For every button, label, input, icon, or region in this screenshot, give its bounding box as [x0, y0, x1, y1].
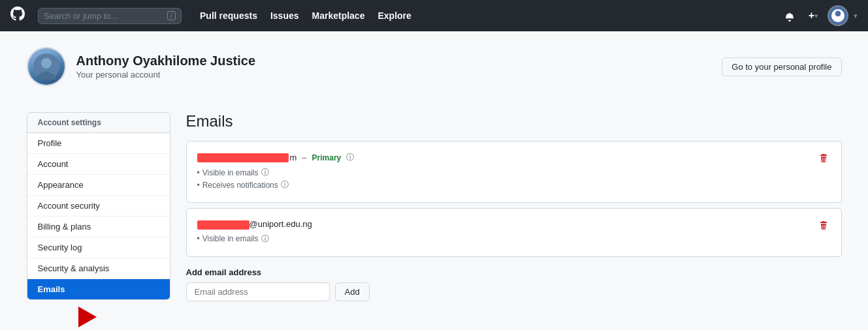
issues-link[interactable]: Issues: [265, 7, 304, 25]
email-card-primary-left: m – Primary ⓘ Visible in emails ⓘ Receiv…: [197, 152, 355, 192]
receives-notifications-info-icon[interactable]: ⓘ: [281, 179, 289, 190]
search-input[interactable]: [44, 11, 163, 21]
email-card-primary: m – Primary ⓘ Visible in emails ⓘ Receiv…: [186, 141, 842, 203]
notifications-button[interactable]: [780, 7, 799, 24]
primary-badge: Primary: [312, 153, 342, 162]
visible-emails-info-icon[interactable]: ⓘ: [261, 167, 269, 178]
primary-info-icon[interactable]: ⓘ: [346, 152, 354, 163]
add-email-section: Add email address Add: [186, 267, 842, 301]
page-title: Emails: [186, 112, 842, 130]
bullet-visible-emails: Visible in emails ⓘ: [197, 167, 355, 178]
user-avatar-button[interactable]: [828, 5, 848, 26]
email-bullets-secondary: Visible in emails ⓘ: [197, 233, 312, 245]
topnav: / Pull requests Issues Marketplace Explo…: [0, 0, 868, 31]
email-header-primary: m – Primary ⓘ: [197, 152, 355, 163]
user-header: Anthony Oyakhilome Justice Your personal…: [27, 47, 842, 97]
user-subtitle: Your personal account: [76, 70, 256, 80]
bullet-visible-emails-secondary: Visible in emails ⓘ: [197, 233, 312, 245]
search-bar[interactable]: /: [38, 8, 182, 24]
chevron-down-icon: ▾: [814, 12, 818, 20]
redact-strip-secondary: [197, 220, 249, 230]
visible-emails-secondary-info-icon[interactable]: ⓘ: [261, 233, 269, 245]
main-layout: Account settings Profile Account Appeara…: [27, 112, 842, 301]
email-card-secondary: @uniport.edu.ng Visible in emails ⓘ: [186, 208, 842, 257]
user-info: Anthony Oyakhilome Justice Your personal…: [76, 53, 256, 80]
delete-email-primary-button[interactable]: [816, 152, 831, 168]
avatar-chevron-icon: ▾: [854, 12, 858, 20]
page-wrapper: Anthony Oyakhilome Justice Your personal…: [16, 31, 852, 317]
sidebar-item-security-analysis[interactable]: Security & analysis: [27, 258, 170, 279]
email-bullets-primary: Visible in emails ⓘ Receives notificatio…: [197, 167, 355, 190]
email-address-primary: m: [197, 153, 297, 163]
bullet-receives-notifications: Receives notifications ⓘ: [197, 179, 355, 190]
marketplace-link[interactable]: Marketplace: [307, 7, 370, 25]
sidebar-item-emails[interactable]: Emails: [27, 279, 170, 299]
topnav-right: + ▾ ▾: [780, 5, 858, 26]
email-address-input[interactable]: [186, 282, 330, 301]
email-dash: –: [302, 153, 306, 162]
email-address-secondary: @uniport.edu.ng: [197, 219, 312, 230]
sidebar-item-profile[interactable]: Profile: [27, 133, 170, 154]
go-to-profile-button[interactable]: Go to your personal profile: [722, 57, 841, 76]
svg-point-1: [41, 58, 52, 68]
arrow-pointer: [78, 307, 97, 317]
pull-requests-link[interactable]: Pull requests: [195, 7, 263, 25]
sidebar-item-account[interactable]: Account: [27, 154, 170, 175]
new-menu-button[interactable]: + ▾: [805, 7, 822, 24]
redact-strip: [197, 153, 289, 162]
user-header-left: Anthony Oyakhilome Justice Your personal…: [27, 47, 256, 86]
plus-icon: +: [809, 10, 814, 22]
sidebar-section-title: Account settings: [27, 113, 170, 133]
search-slash-icon: /: [167, 11, 176, 20]
sidebar-item-appearance[interactable]: Appearance: [27, 175, 170, 196]
add-email-row: Add: [186, 282, 842, 301]
sidebar-item-billing[interactable]: Billing & plans: [27, 217, 170, 237]
user-name: Anthony Oyakhilome Justice: [76, 53, 256, 68]
github-logo[interactable]: [10, 7, 25, 25]
sidebar-item-account-security[interactable]: Account security: [27, 196, 170, 217]
avatar: [27, 47, 66, 86]
email-header-secondary: @uniport.edu.ng: [197, 219, 312, 230]
content-area: Emails m – Primary ⓘ Visible in emails: [186, 112, 842, 301]
sidebar: Account settings Profile Account Appeara…: [27, 112, 170, 300]
add-email-button[interactable]: Add: [335, 282, 370, 301]
delete-email-secondary-button[interactable]: [816, 219, 831, 235]
sidebar-item-security-log[interactable]: Security log: [27, 237, 170, 258]
topnav-links: Pull requests Issues Marketplace Explore: [195, 7, 417, 25]
explore-link[interactable]: Explore: [372, 7, 416, 25]
email-card-secondary-left: @uniport.edu.ng Visible in emails ⓘ: [197, 219, 312, 246]
add-email-label: Add email address: [186, 267, 842, 277]
